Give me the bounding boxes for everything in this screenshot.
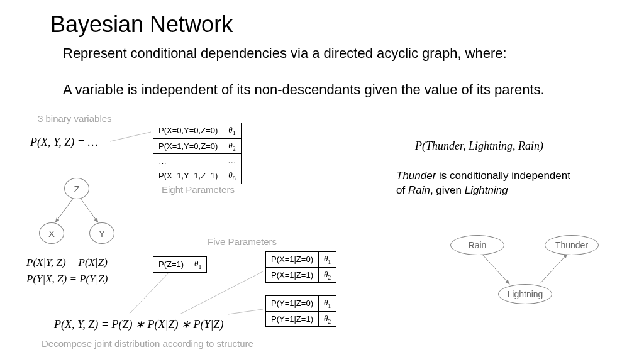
node-thunder: Thunder — [545, 235, 599, 255]
node-x: X — [39, 222, 64, 244]
formula-joint: P(X, Y, Z) = … — [30, 136, 98, 149]
label-five-params: Five Parameters — [208, 236, 277, 247]
joint-theta: θ8 — [223, 168, 242, 184]
node-y: Y — [89, 222, 114, 244]
word-rain: Rain — [408, 184, 430, 196]
subtitle-1: Represent conditional dependencies via a… — [63, 45, 507, 62]
word-lightning: Lightning — [465, 184, 508, 196]
joint-cell: P(X=1,Y=1,Z=1) — [153, 168, 223, 184]
svg-line-4 — [180, 272, 263, 314]
table-joint: P(X=0,Y=0,Z=0)θ1 P(X=1,Y=0,Z=0)θ2 …… P(X… — [153, 123, 242, 184]
text-fragment: is conditionally independent — [436, 170, 570, 182]
cpt-cell: P(X=1|Z=0) — [266, 252, 319, 268]
subtitle-2: A variable is independent of its non-des… — [63, 82, 545, 98]
cpt-theta: θ2 — [318, 267, 336, 283]
svg-line-2 — [80, 199, 98, 222]
cpt-theta: θ1 — [318, 296, 336, 312]
joint-cell: P(X=1,Y=0,Z=0) — [153, 138, 223, 154]
joint-cell: P(X=0,Y=0,Z=0) — [153, 123, 223, 139]
text-fragment: of — [396, 184, 408, 196]
svg-line-3 — [129, 272, 170, 314]
label-3-binary: 3 binary variables — [38, 113, 112, 124]
table-cpt-y: P(Y=1|Z=0)θ1 P(Y=1|Z=1)θ2 — [265, 295, 336, 327]
joint-theta: θ2 — [223, 138, 242, 154]
page-title: Bayesian Network — [50, 11, 233, 38]
node-lightning: Lightning — [498, 284, 552, 304]
cpt-theta: θ1 — [318, 252, 336, 268]
label-eight-params: Eight Parameters — [162, 184, 235, 195]
label-decompose: Decompose joint distribution according t… — [42, 338, 253, 349]
cpt-cell: P(Z=1) — [153, 257, 189, 273]
svg-line-0 — [110, 132, 151, 141]
formula-thunder-lightning-rain: P(Thunder, Lightning, Rain) — [415, 140, 543, 153]
svg-line-7 — [540, 254, 567, 284]
text-fragment: , given — [430, 184, 465, 196]
table-cpt-z: P(Z=1)θ1 — [153, 256, 207, 273]
cpt-cell: P(Y=1|Z=1) — [266, 311, 319, 327]
joint-theta: … — [223, 154, 242, 168]
cpt-cell: P(Y=1|Z=0) — [266, 296, 319, 312]
word-thunder: Thunder — [396, 170, 436, 182]
table-cpt-x: P(X=1|Z=0)θ1 P(X=1|Z=1)θ2 — [265, 251, 336, 283]
text-conditional-independence: Thunder is conditionally independent of … — [396, 169, 570, 198]
svg-line-6 — [482, 254, 509, 284]
node-z: Z — [64, 178, 89, 199]
svg-line-1 — [55, 199, 73, 222]
joint-theta: θ1 — [223, 123, 242, 139]
joint-cell: … — [153, 154, 223, 168]
cpt-theta: θ2 — [318, 311, 336, 327]
formula-ci-xz: P(X|Y, Z) = P(X|Z) — [26, 256, 108, 269]
cpt-cell: P(X=1|Z=1) — [266, 267, 319, 283]
formula-ci-yz: P(Y|X, Z) = P(Y|Z) — [26, 273, 108, 285]
node-rain: Rain — [450, 235, 504, 255]
formula-factorization: P(X, Y, Z) = P(Z) ∗ P(X|Z) ∗ P(Y|Z) — [54, 317, 223, 331]
cpt-theta: θ1 — [189, 257, 207, 273]
svg-line-5 — [228, 309, 263, 314]
